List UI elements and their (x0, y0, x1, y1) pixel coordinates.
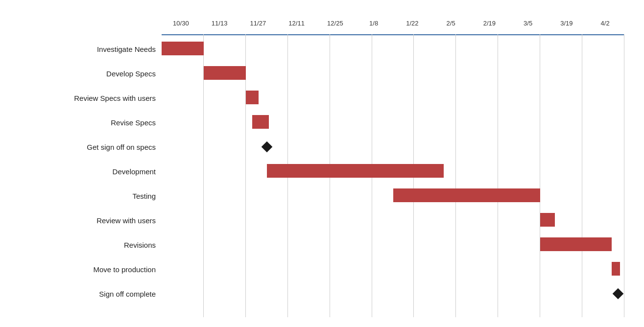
row-label-8: Revisions (5, 233, 162, 257)
gantt-bar-9 (612, 262, 620, 276)
gantt-bar-0 (162, 42, 204, 55)
bar-row-10 (162, 281, 624, 306)
gantt-bar-7 (540, 213, 555, 227)
row-label-1: Develop Specs (5, 61, 162, 86)
bar-row-9 (162, 257, 624, 281)
row-label-5: Development (5, 159, 162, 184)
date-label-1: 11/13 (200, 20, 239, 27)
row-label-9: Move to production (5, 257, 162, 281)
gantt-bar-5 (267, 164, 444, 178)
chart-container: Investigate NeedsDevelop SpecsReview Spe… (0, 0, 644, 327)
bar-row-6 (162, 184, 624, 208)
row-label-3: Revise Specs (5, 110, 162, 135)
row-label-0: Investigate Needs (5, 37, 162, 61)
row-label-6: Testing (5, 184, 162, 208)
date-label-6: 1/22 (393, 20, 432, 27)
gantt-bar-2 (246, 91, 259, 104)
date-label-8: 2/19 (470, 20, 509, 27)
bars-area (162, 37, 624, 317)
bar-row-4 (162, 135, 624, 159)
date-label-3: 12/11 (277, 20, 316, 27)
bar-row-5 (162, 159, 624, 184)
diamond-marker-4 (261, 141, 272, 153)
bar-row-3 (162, 110, 624, 135)
chart-inner: Investigate NeedsDevelop SpecsReview Spe… (5, 10, 624, 317)
bar-row-0 (162, 37, 624, 61)
diamond-marker-10 (613, 288, 624, 300)
date-label-11: 4/2 (586, 20, 624, 27)
row-label-7: Review with users (5, 208, 162, 233)
gantt-bar-3 (252, 115, 269, 129)
date-label-9: 3/5 (509, 20, 548, 27)
date-axis: 10/3011/1311/2712/1112/251/81/222/52/193… (162, 10, 624, 37)
date-label-7: 2/5 (431, 20, 470, 27)
date-label-0: 10/30 (162, 20, 200, 27)
gantt-bar-8 (540, 237, 612, 251)
date-label-5: 1/8 (355, 20, 393, 27)
date-label-10: 3/19 (548, 20, 586, 27)
date-label-2: 11/27 (239, 20, 278, 27)
bar-row-2 (162, 86, 624, 110)
gantt-bar-6 (393, 188, 541, 202)
row-label-4: Get sign off on specs (5, 135, 162, 159)
gantt-bar-1 (204, 66, 246, 80)
bar-row-1 (162, 61, 624, 86)
bar-row-8 (162, 233, 624, 257)
date-label-4: 12/25 (316, 20, 355, 27)
row-label-2: Review Specs with users (5, 86, 162, 110)
row-label-10: Sign off complete (5, 281, 162, 306)
grid-area: 10/3011/1311/2712/1112/251/81/222/52/193… (162, 10, 624, 317)
label-column: Investigate NeedsDevelop SpecsReview Spe… (5, 37, 162, 306)
bar-row-7 (162, 208, 624, 233)
